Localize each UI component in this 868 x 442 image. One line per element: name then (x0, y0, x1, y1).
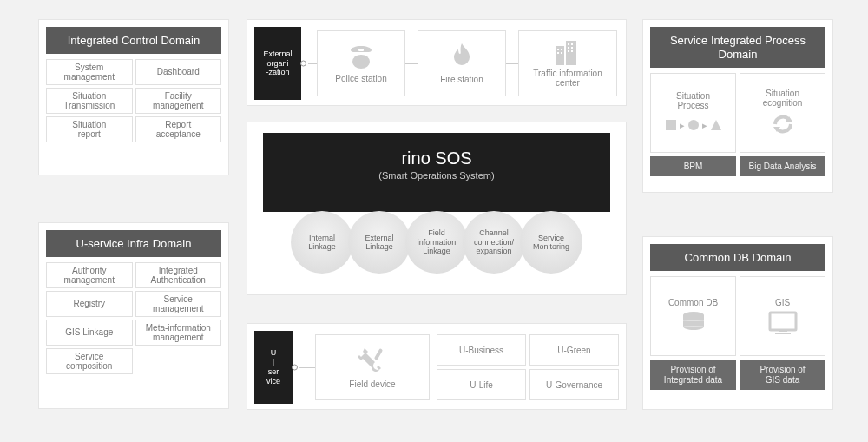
grid-u-green: U-Green (529, 334, 619, 366)
svg-rect-6 (568, 47, 569, 49)
svg-rect-12 (557, 52, 559, 54)
svg-rect-5 (571, 43, 573, 45)
org-label: Fire station (440, 75, 483, 84)
svg-rect-24 (779, 330, 787, 332)
org-traffic: Traffic informationcenter (518, 30, 617, 96)
rino-title: rino SOS (263, 148, 610, 168)
fire-icon (449, 43, 475, 71)
org-police: Police station (317, 30, 405, 96)
situation-process-label: SituationProcess (676, 91, 710, 110)
svg-rect-15 (666, 120, 676, 130)
svg-rect-13 (561, 52, 562, 54)
org-fire: Fire station (418, 30, 506, 96)
svg-point-22 (683, 326, 704, 327)
svg-rect-10 (557, 49, 559, 50)
situation-process-box: SituationProcess ▸ ▸ (650, 73, 736, 153)
panel-title: Integrated Control Domain (46, 27, 221, 54)
cell-meta-information: Meta-informationmanagement (135, 320, 222, 346)
police-icon (346, 44, 376, 70)
common-db-domain: Common DB Domain Common DB GIS Provision… (642, 236, 833, 410)
rino-sos-panel: rino SOS (Smart Operations System) Inter… (247, 122, 627, 295)
uservice-tab: U|service (254, 331, 293, 404)
cell-grid: Authoritymanagement IntegratedAuthentica… (39, 262, 228, 381)
cell-facility-management: Facilitymanagement (135, 88, 222, 114)
cycle-icon (770, 111, 796, 137)
circle-row: InternalLinkage ExternalLinkage Fieldinf… (247, 211, 626, 274)
svg-rect-25 (775, 333, 791, 334)
svg-point-21 (683, 320, 704, 321)
svg-rect-14 (374, 347, 383, 360)
uservice-row-panel: U|service Field device U-Business U-Gree… (247, 323, 627, 410)
flow-icon: ▸ ▸ (665, 119, 722, 131)
integrated-control-domain: Integrated Control Domain Systemmanageme… (38, 19, 229, 175)
svg-rect-2 (556, 46, 564, 65)
cell-situation-transmission: SituationTransmission (46, 88, 133, 114)
circle-external-linkage: ExternalLinkage (348, 211, 411, 274)
field-device-label: Field device (349, 379, 395, 389)
badge-bigdata: Big Data Analysis (740, 156, 825, 176)
grid-u-life: U-Life (437, 369, 526, 400)
external-org-panel: Externalorgani-zation Police station Fir… (247, 19, 627, 106)
panel-title: U-service Infra Domain (46, 230, 221, 257)
badge-bpm: BPM (650, 156, 736, 176)
svg-rect-1 (358, 49, 364, 51)
cell-service-management: Servicemanagement (135, 291, 222, 317)
tools-icon (358, 346, 387, 376)
rino-banner: rino SOS (Smart Operations System) (263, 133, 610, 212)
service-process-domain: Service Integrated ProcessDomain Situati… (642, 19, 833, 193)
cell-service-composition: Servicecomposition (46, 348, 133, 374)
cell-dashboard: Dashboard (135, 59, 222, 85)
situation-ecognition-label: Situationecognition (763, 89, 803, 108)
uservice-grid: U-Business U-Green U-Life U-Governance (437, 334, 619, 400)
panel-title: Service Integrated ProcessDomain (650, 27, 825, 68)
svg-rect-11 (561, 49, 562, 50)
cell-integrated-authentication: IntegratedAuthentication (135, 262, 222, 288)
uservice-infra-domain: U-service Infra Domain Authoritymanageme… (38, 222, 229, 409)
panel-title: Common DB Domain (650, 244, 825, 271)
cell-grid: Systemmanagement Dashboard SituationTran… (39, 59, 228, 149)
field-device-box: Field device (315, 334, 430, 400)
circle-internal-linkage: InternalLinkage (291, 211, 353, 274)
situation-ecognition-box: Situationecognition (740, 73, 825, 153)
badge-gis-data: Provision ofGIS data (740, 360, 825, 390)
connector-line (299, 367, 315, 368)
org-label: Police station (335, 74, 386, 83)
svg-rect-8 (568, 50, 569, 52)
building-icon (553, 39, 582, 65)
cell-situation-report: Situationreport (46, 116, 133, 142)
circle-field-info-linkage: FieldinformationLinkage (405, 211, 468, 274)
svg-point-0 (352, 55, 370, 69)
svg-rect-23 (770, 313, 796, 330)
svg-rect-7 (571, 47, 573, 49)
database-icon (681, 311, 707, 335)
grid-u-governance: U-Governance (529, 369, 619, 400)
cell-registry: Registry (46, 291, 133, 317)
svg-rect-4 (568, 43, 569, 45)
badge-integrated-data: Provision ofIntegrated data (650, 360, 736, 390)
svg-rect-9 (571, 50, 573, 52)
cell-system-management: Systemmanagement (46, 59, 133, 85)
org-label: Traffic informationcenter (533, 69, 602, 88)
cell-gis-linkage: GIS Linkage (46, 320, 133, 346)
grid-u-business: U-Business (437, 334, 526, 366)
circle-channel-connection: Channelconnection/expansion (463, 211, 525, 274)
external-org-tab: Externalorgani-zation (254, 27, 301, 100)
common-db-box: Common DB (650, 276, 736, 356)
gis-box: GIS (740, 276, 825, 356)
svg-marker-17 (711, 120, 721, 130)
rino-subtitle: (Smart Operations System) (263, 170, 610, 181)
svg-point-16 (688, 120, 699, 130)
gis-label: GIS (775, 298, 790, 307)
common-db-label: Common DB (668, 298, 718, 307)
monitor-icon (768, 311, 798, 335)
circle-service-monitoring: ServiceMonitoring (520, 211, 582, 274)
cell-report-acceptance: Reportacceptance (135, 116, 222, 142)
cell-authority-management: Authoritymanagement (46, 262, 133, 288)
